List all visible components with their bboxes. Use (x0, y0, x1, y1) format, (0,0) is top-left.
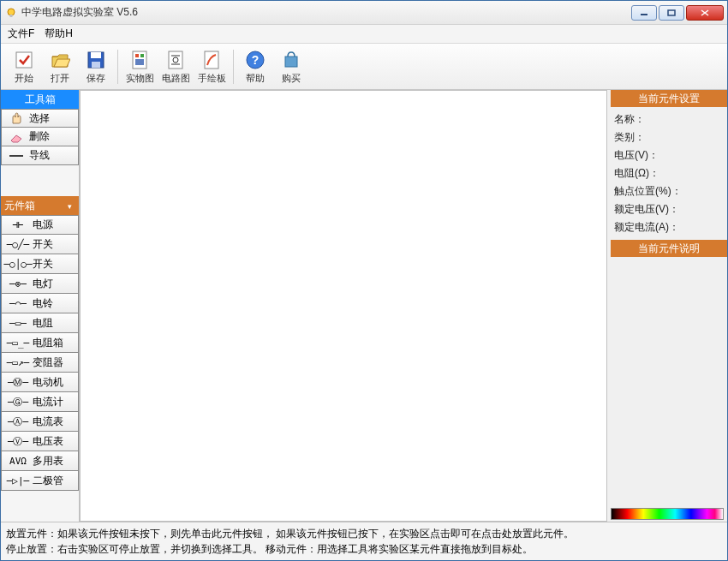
menu-help[interactable]: 帮助H (39, 25, 78, 43)
settings-header: 当前元件设置 (611, 90, 727, 107)
delete-tool[interactable]: 删除 (1, 128, 79, 146)
component-list: ⊣⊢电源─○╱─开关─○│○─开关─⊗─电灯─⌒─电铃─▭─电阻─▭̲─电阻箱─… (1, 215, 79, 491)
prop-rated-a: 额定电流(A)： (611, 218, 727, 236)
component-label: 电压表 (33, 434, 76, 449)
main-area: 工具箱 选择 删除 导线 元件箱 ⊣⊢电源─○╱─开关─○│○─开关─⊗─电灯─… (1, 90, 727, 522)
close-button[interactable] (686, 5, 724, 21)
component-电流计[interactable]: ─Ⓖ─电流计 (1, 392, 79, 412)
svg-text:?: ? (252, 53, 260, 67)
svg-rect-1 (10, 15, 13, 17)
separator (233, 50, 234, 84)
start-icon (13, 49, 35, 71)
svg-rect-21 (285, 57, 297, 67)
window-title: 中学电路虚拟实验室 V5.6 (21, 5, 631, 20)
prop-type: 类别： (611, 128, 727, 146)
component-symbol: ⊣⊢ (3, 219, 33, 230)
svg-rect-18 (205, 51, 218, 69)
component-symbol: ─▭─ (3, 318, 33, 329)
component-symbol: ─○╱─ (3, 239, 33, 250)
start-button[interactable]: 开始 (6, 46, 42, 87)
component-symbol: ─⊗─ (3, 278, 33, 289)
circuit-icon (164, 49, 187, 71)
component-symbol: ─▭̲─ (3, 337, 33, 349)
select-tool[interactable]: 选择 (1, 109, 79, 128)
prop-resistance: 电阻(Ω)： (611, 164, 727, 182)
realview-icon (128, 49, 151, 71)
component-电流表[interactable]: ─Ⓐ─电流表 (1, 412, 79, 432)
svg-rect-14 (169, 51, 182, 69)
component-label: 开关 (33, 237, 76, 252)
component-变阻器[interactable]: ─▭↗─变阻器 (1, 353, 79, 373)
spacer (611, 260, 727, 506)
component-symbol: ─Ⓖ─ (3, 396, 33, 409)
component-label: 电铃 (33, 296, 76, 311)
component-电动机[interactable]: ─Ⓜ─电动机 (1, 373, 79, 392)
componentbox-header[interactable]: 元件箱 (1, 196, 79, 215)
status-line1: 放置元件：如果该元件按钮未按下，则先单击此元件按钮， 如果该元件按钮已按下，在实… (6, 526, 722, 541)
prop-contact: 触点位置(%)： (611, 182, 727, 200)
component-label: 二极管 (33, 474, 76, 488)
wire-icon (5, 149, 27, 163)
svg-point-0 (8, 9, 15, 15)
toolbar: 开始 打开 保存 实物图 电路图 手绘板 ? 帮助 购买 (1, 44, 727, 90)
component-label: 电灯 (33, 277, 76, 291)
component-symbol: ─Ⓥ─ (3, 435, 33, 448)
component-symbol: AVΩ (3, 456, 33, 467)
component-电压表[interactable]: ─Ⓥ─电压表 (1, 432, 79, 451)
component-多用表[interactable]: AVΩ多用表 (1, 451, 79, 471)
prop-name: 名称： (611, 110, 727, 128)
svg-rect-11 (135, 54, 139, 57)
left-panel: 工具箱 选择 删除 导线 元件箱 ⊣⊢电源─○╱─开关─○│○─开关─⊗─电灯─… (1, 90, 80, 522)
component-二极管[interactable]: ─▷|─二极管 (1, 471, 79, 491)
realview-button[interactable]: 实物图 (122, 46, 158, 87)
component-电阻箱[interactable]: ─▭̲─电阻箱 (1, 333, 79, 353)
status-bar: 放置元件：如果该元件按钮未按下，则先单击此元件按钮， 如果该元件按钮已按下，在实… (1, 522, 727, 560)
circuit-button[interactable]: 电路图 (158, 46, 194, 87)
wire-tool[interactable]: 导线 (1, 146, 79, 165)
spacer (1, 165, 79, 196)
component-label: 多用表 (33, 454, 76, 468)
help-icon: ? (244, 49, 266, 71)
chevron-down-icon (68, 200, 75, 212)
component-电阻[interactable]: ─▭─电阻 (1, 313, 79, 333)
hand-icon (5, 111, 27, 125)
component-label: 电流表 (33, 415, 76, 429)
app-icon (4, 6, 18, 20)
svg-rect-12 (140, 54, 144, 57)
component-symbol: ─○│○─ (3, 259, 33, 270)
component-开关[interactable]: ─○╱─开关 (1, 235, 79, 254)
component-symbol: ─⌒─ (3, 298, 33, 309)
component-symbol: ─▭↗─ (3, 357, 33, 368)
toolbox-header: 工具箱 (1, 90, 79, 109)
component-开关[interactable]: ─○│○─开关 (1, 254, 79, 274)
help-button[interactable]: ? 帮助 (237, 46, 273, 87)
status-line2: 停止放置：右击实验区可停止放置，并切换到选择工具。 移动元件：用选择工具将实验区… (6, 541, 722, 557)
desc-header: 当前元件说明 (611, 240, 727, 257)
component-label: 变阻器 (33, 355, 76, 370)
component-label: 电源 (33, 218, 76, 232)
svg-rect-3 (668, 10, 675, 15)
component-symbol: ─Ⓐ─ (3, 415, 33, 428)
save-button[interactable]: 保存 (78, 46, 114, 87)
component-label: 电流计 (33, 395, 76, 409)
handdraw-button[interactable]: 手绘板 (194, 46, 230, 87)
app-window: 中学电路虚拟实验室 V5.6 文件F 帮助H 开始 打开 保存 实物图 (0, 0, 728, 561)
buy-button[interactable]: 购买 (273, 46, 309, 87)
canvas-area[interactable] (80, 90, 607, 522)
svg-rect-6 (16, 52, 32, 68)
svg-rect-8 (91, 52, 101, 58)
svg-rect-9 (92, 62, 100, 68)
color-bar[interactable] (611, 508, 724, 520)
component-symbol: ─▷|─ (3, 475, 33, 486)
buy-icon (280, 49, 302, 71)
menu-file[interactable]: 文件F (3, 25, 39, 43)
separator (117, 50, 118, 84)
component-电源[interactable]: ⊣⊢电源 (1, 215, 79, 235)
component-label: 电阻箱 (33, 336, 76, 350)
maximize-button[interactable] (659, 5, 684, 21)
window-buttons (631, 5, 724, 21)
minimize-button[interactable] (631, 5, 657, 21)
component-电铃[interactable]: ─⌒─电铃 (1, 294, 79, 313)
open-button[interactable]: 打开 (42, 46, 78, 87)
component-电灯[interactable]: ─⊗─电灯 (1, 274, 79, 294)
